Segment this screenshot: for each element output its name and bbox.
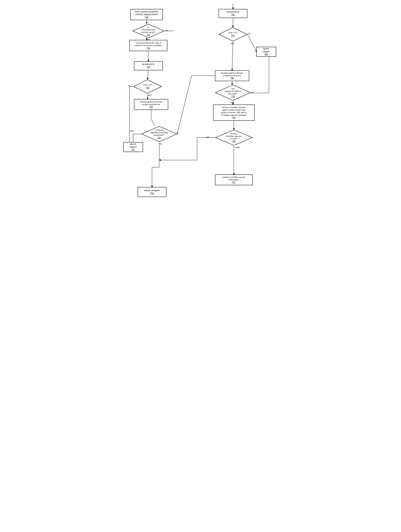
label-nack-745: nack (235, 146, 240, 149)
diamond-730-text: is requestduplicate of pendingreservatio… (150, 129, 168, 137)
label-yes-735: yes (231, 101, 234, 104)
svg-line-25 (177, 76, 191, 134)
label-ack-745: ack (206, 136, 210, 139)
diamond-705: isreceiving nodememory carrier? 705 (132, 24, 165, 38)
svg-line-12 (232, 42, 233, 70)
box-750: search complete 750 (138, 187, 166, 197)
label-yes-720: yes (148, 94, 152, 96)
box-731: ignorerequest 731 (123, 142, 143, 152)
box-700: node receives broadcast memory request p… (130, 9, 163, 20)
diamond-720-text: is ttl > 0? (143, 84, 152, 87)
diamond-745-ref: 745 (226, 140, 242, 143)
svg-line-13 (247, 34, 257, 52)
box-747: memory controller cancelsreservation 747 (215, 174, 253, 185)
diamond-705-text: isreceiving nodememory carrier? (141, 26, 155, 33)
label-yes-730: yes (130, 129, 134, 132)
box-708: forward packet to all linksexcept incomi… (215, 70, 249, 81)
box-725: forward packet to all linksexcept incomi… (134, 99, 168, 110)
box-710: receiving node sends copy ofpacket to it… (129, 40, 167, 51)
box-740: memory controller reservesspace, sends u… (213, 104, 255, 121)
diamond-707-text: is ttl > 0? (229, 32, 237, 34)
flowchart: node receives broadcast memory request p… (120, 4, 281, 255)
diamond-705-ref: 705 (141, 33, 155, 36)
box-715: decrement ttl 715 (134, 61, 163, 70)
diamond-720-ref: 720 (143, 87, 152, 89)
diamond-730: is requestduplicate of pendingreservatio… (141, 126, 177, 142)
label-yes-705: yes (146, 38, 150, 41)
diamond-707: is ttl > 0? 707 (219, 27, 247, 42)
diamond-735-ref: 735 (225, 95, 241, 98)
label-no-720: no (128, 84, 130, 87)
label-yes-707: yes (231, 42, 234, 44)
box-706: decrement ttl 706 (219, 9, 247, 18)
diamond-730-ref: 730 (150, 137, 168, 139)
diamond-735-text: canrequest be filled atthis node? (225, 87, 241, 95)
label-no-735: no (252, 91, 254, 94)
label-no-730: no (159, 143, 162, 145)
diamond-720: is ttl > 0? 720 (133, 79, 162, 94)
diamond-745-text: memorycontroller gets ackor nack? (226, 132, 242, 140)
diamond-735: canrequest be filled atthis node? 735 (215, 84, 251, 101)
diamond-745: memorycontroller gets ackor nack? 745 (215, 129, 253, 146)
label-no-707: no (248, 32, 250, 35)
svg-line-3 (147, 70, 148, 80)
label-no-705: no (165, 29, 168, 32)
box-709: ignorerequest 709 (256, 47, 276, 57)
diamond-707-ref: 707 (229, 34, 237, 37)
